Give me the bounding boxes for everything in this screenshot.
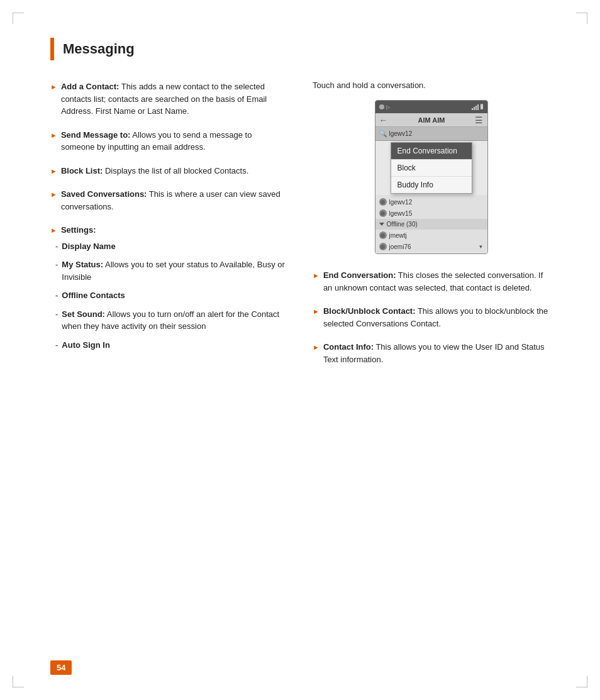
statusbar-left: ▷ [379, 104, 390, 110]
bullet-text-block-unblock: Block/Unblock Contact: This allows you t… [323, 305, 550, 330]
bullet-item-contact-info: ► Contact Info: This allows you to view … [313, 341, 550, 365]
contact-name-joemi76: joemi76 [389, 243, 411, 250]
bullet-arrow-4: ► [50, 189, 57, 200]
sub-dash-5: - [55, 339, 58, 352]
corner-mark-tl [13, 13, 24, 24]
context-menu: End Conversation Block Buddy Info [391, 142, 472, 194]
sub-item-my-status: - My Status: Allows you to set your stat… [55, 258, 287, 283]
bullet-item-end-conversation: ► End Conversation: This closes the sele… [313, 269, 550, 294]
bar2 [474, 107, 475, 110]
phone-ui: ▷ ▊ [375, 100, 488, 254]
bullet-text-add-contact: Add a Contact: This adds a new contact t… [61, 81, 287, 118]
bullet-bold-end-conv: End Conversation: [323, 270, 396, 280]
phone-titlebar: ← AIM AIM ☰ [375, 113, 487, 127]
contact-avatar-jmewtj [379, 231, 387, 239]
content-columns: ► Add a Contact: This adds a new contact… [50, 81, 550, 377]
corner-mark-br [576, 676, 587, 687]
bullet-arrow-contact-info: ► [313, 342, 319, 353]
sub-text-set-sound: Set Sound: Allows you to turn on/off an … [62, 308, 287, 333]
bullet-text-end-conversation: End Conversation: This closes the select… [323, 269, 550, 294]
bullet-arrow-block-unblock: ► [313, 306, 319, 317]
battery-icon: ▊ [481, 104, 484, 109]
touch-instruction: Touch and hold a conversation. [313, 81, 550, 90]
sub-item-auto-sign-in: - Auto Sign In [55, 339, 287, 352]
bullet-item-send-message: ► Send Message to: Allows you to send a … [50, 129, 287, 153]
bullet-text-saved-conversations: Saved Conversations: This is where a use… [61, 188, 287, 213]
section-header: Messaging [50, 38, 550, 60]
bullet-bold-block-unblock: Block/Unblock Contact: [323, 306, 416, 316]
bar4 [477, 104, 479, 110]
wifi-icon: ▷ [386, 104, 390, 110]
sub-item-offline-contacts: - Offline Contacts [55, 289, 287, 302]
corner-mark-tr [576, 13, 587, 24]
sub-text-my-status: My Status: Allows you to set your status… [62, 258, 287, 283]
contact-avatar-lgewv15 [379, 209, 387, 217]
phone-statusbar: ▷ ▊ [375, 101, 487, 113]
back-button[interactable]: ← [379, 115, 388, 125]
bullet-text-contact-info: Contact Info: This allows you to view th… [323, 341, 550, 365]
context-menu-item-buddy-info[interactable]: Buddy Info [391, 177, 472, 193]
sub-dash-4: - [55, 308, 58, 321]
bullet-text-settings: Settings: [61, 224, 287, 236]
context-menu-wrapper: End Conversation Block Buddy Info [375, 141, 487, 195]
bullet-arrow-end-conv: ► [313, 270, 319, 281]
bullet-item-block-unblock: ► Block/Unblock Contact: This allows you… [313, 305, 550, 330]
corner-mark-bl [13, 676, 24, 687]
bar1 [472, 108, 473, 110]
bullet-arrow-5: ► [50, 225, 57, 236]
bullet-arrow: ► [50, 82, 57, 92]
sub-dash-1: - [55, 240, 58, 253]
sub-dash-3: - [55, 289, 58, 302]
phone-search-bar: 🔍 lgewv12 [375, 127, 487, 141]
scroll-indicator: ▼ [479, 244, 484, 250]
sub-item-display-name: - Display Name [55, 240, 287, 253]
sub-dash-2: - [55, 258, 58, 271]
expand-triangle [379, 223, 384, 226]
sub-item-set-sound: - Set Sound: Allows you to turn on/off a… [55, 308, 287, 333]
contact-name-lgewv12: lgewv12 [389, 199, 413, 206]
left-column: ► Add a Contact: This adds a new contact… [50, 81, 287, 357]
bullet-bold-contact-info: Contact Info: [323, 342, 374, 352]
search-text: lgewv12 [389, 130, 413, 137]
bullet-item-block-list: ► Block List: Displays the list of all b… [50, 165, 287, 177]
menu-button[interactable]: ☰ [475, 115, 483, 125]
sub-text-auto-sign-in: Auto Sign In [62, 339, 110, 352]
sub-text-offline-contacts: Offline Contacts [62, 289, 125, 302]
offline-section-header: Offline (30) [375, 219, 487, 230]
statusbar-right: ▊ [472, 104, 484, 110]
bullet-item-settings: ► Settings: [50, 224, 287, 236]
bullet-item-add-contact: ► Add a Contact: This adds a new contact… [50, 81, 287, 118]
phone-title: AIM AIM [418, 116, 445, 124]
bullet-arrow-3: ► [50, 166, 57, 177]
section-title: Messaging [63, 41, 135, 57]
signal-icon [379, 104, 384, 109]
bullet-bold-settings: Settings: [61, 225, 96, 235]
contact-name-jmewtj: jmewtj [389, 232, 407, 239]
contact-item-jmewtj: jmewtj [375, 230, 487, 241]
search-icon: 🔍 [379, 130, 387, 137]
page-number: 54 [50, 660, 72, 675]
signal-bars [472, 104, 479, 110]
bar3 [475, 106, 477, 110]
right-column: Touch and hold a conversation. ▷ [313, 81, 550, 377]
contact-avatar-joemi76 [379, 243, 387, 250]
bullet-arrow-2: ► [50, 130, 57, 141]
bullet-bold-add-contact: Add a Contact: [61, 82, 119, 91]
bullet-bold-send-message: Send Message to: [61, 130, 131, 140]
bullet-text-block-list: Block List: Displays the list of all blo… [61, 165, 287, 177]
page: Messaging ► Add a Contact: This adds a n… [0, 0, 600, 700]
contact-item-lgewv12: lgewv12 [375, 196, 487, 208]
contact-item-joemi76: joemi76 ▼ [375, 241, 487, 252]
contact-name-lgewv15: lgewv15 [389, 210, 413, 217]
offline-section-label: Offline (30) [387, 221, 418, 228]
phone-contact-list: lgewv12 lgewv15 Offline (30) jmewtj [375, 195, 487, 253]
context-menu-item-block[interactable]: Block [391, 160, 472, 177]
context-menu-item-end-conversation[interactable]: End Conversation [391, 143, 472, 160]
bullet-bold-saved-conversations: Saved Conversations: [61, 189, 147, 199]
settings-sub-items: - Display Name - My Status: Allows you t… [55, 240, 287, 352]
bullet-item-saved-conversations: ► Saved Conversations: This is where a u… [50, 188, 287, 213]
bullet-desc-block-list: Displays the list of all blocked Contact… [103, 166, 248, 175]
contact-avatar-lgewv12 [379, 198, 387, 206]
section-bar-accent [50, 38, 54, 60]
contact-item-lgewv15: lgewv15 [375, 208, 487, 219]
